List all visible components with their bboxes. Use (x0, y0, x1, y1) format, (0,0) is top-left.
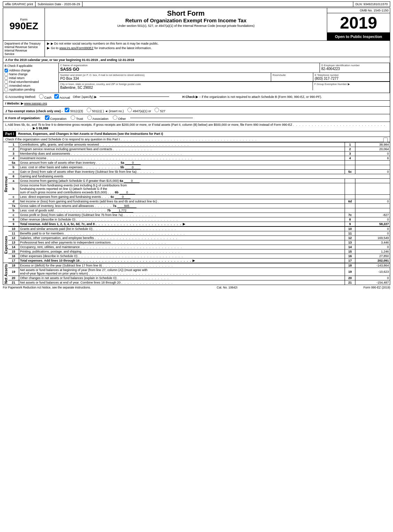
final-return-checkbox[interactable] (5, 80, 8, 84)
line-15-value: 1,246 (355, 249, 390, 254)
accrual-checkbox[interactable] (54, 94, 59, 99)
expenses-table: 10 Grants and similar amounts paid (list… (8, 226, 390, 263)
line-18-row: 18 Excess or (deficit) for the year (Sub… (8, 263, 390, 268)
line-7b-desc: Less: cost of goods sold . . . . . . . .… (19, 208, 345, 213)
form-org-row: K Form of organization: Corporation Trus… (3, 114, 390, 122)
tax-501c3-checkbox[interactable] (65, 108, 69, 112)
line-8-row: 8 Other revenue (describe in Schedule O)… (8, 217, 390, 222)
net-assets-section: Net Assets 18 Excess or (deficit) for th… (3, 263, 390, 285)
l-amount: $ 59,999 (36, 126, 48, 130)
line-6b-num: b (8, 183, 19, 195)
section-a: A For the 2019 calendar year, or tax yea… (3, 57, 390, 63)
dept-line1: Department of the Treasury (5, 42, 43, 45)
line-6a-ref (345, 179, 355, 183)
part-i-title: Revenue, Expenses, and Changes in Net As… (16, 131, 390, 137)
line-5c-desc: Gain or (loss) from sale of assets other… (19, 170, 345, 174)
line-11-row: 11 Benefits paid to or for members . . .… (8, 231, 390, 236)
go-to: Go to www.irs.gov/Form990EZ for instruct… (51, 46, 152, 50)
line-14-row: 14 Occupancy, rent, utilities, and maint… (8, 245, 390, 249)
line-16-num: 16 (8, 254, 19, 259)
dln: DLN: 93492181011570 (353, 2, 390, 7)
part-i-label: Part I (3, 131, 16, 137)
line-5b-desc: Less: cost or other basis and sales expe… (19, 165, 345, 170)
tax-4947-radio[interactable] (127, 108, 132, 112)
schedule-o-checkbox[interactable] (383, 138, 388, 142)
line-6d-row: d Net income or (loss) from gaming and f… (8, 199, 390, 204)
line-11-num: 11 (8, 231, 19, 236)
other-specify: Other (specify) ▶ (73, 95, 97, 99)
line-6-desc: Gaming and fundraising events (19, 174, 390, 179)
corporation-option: Corporation (45, 115, 67, 121)
f-label: F Group Exemption Number ▶ (314, 83, 388, 86)
line-8-value: 0 (355, 217, 390, 222)
schedule-o-text: Check if the organization used Schedule … (5, 138, 120, 141)
city-label: City or town, state or province, country… (60, 83, 311, 86)
line-20-ref: 20 (345, 276, 355, 280)
address-change-checkbox[interactable] (5, 69, 8, 72)
under-section: Under section 501(c), 527, or 4947(a)(1)… (46, 24, 325, 28)
dept-box: Department of the Treasury Internal Reve… (3, 41, 45, 57)
address-box: Number and street (or P. O. box, if mail… (59, 73, 271, 81)
tax-501c-radio[interactable] (87, 108, 91, 112)
line-7a-num: 7a (8, 204, 19, 208)
line-7b-num: b (8, 208, 19, 213)
line-17-ref: 17 (345, 259, 355, 263)
line-19-num: 19 (8, 268, 19, 276)
line-7c-ref: 7c (345, 213, 355, 217)
line-8-ref: 8 (345, 217, 355, 222)
line-6c-row: c Less: direct expenses from gaming and … (8, 195, 390, 199)
corporation-checkbox[interactable] (45, 115, 49, 120)
name-change-checkbox[interactable] (5, 72, 8, 76)
omb-box: OMB No. 1545-1150 (327, 8, 390, 13)
line-11-value: 0 (355, 231, 390, 236)
j-label: J Tax-exempt status (check only one) - (5, 109, 63, 113)
association-option: Association (87, 115, 109, 121)
room-label: Room/suite (273, 74, 312, 77)
line-12-desc: Salaries, other compensation, and employ… (19, 236, 345, 240)
line-8-num: 8 (8, 217, 19, 222)
line-20-desc: Other changes in net assets or fund bala… (19, 276, 345, 280)
address-change-item: Address change (5, 69, 57, 72)
trust-radio[interactable] (71, 115, 75, 120)
line-11-desc: Benefits paid to or for members . . . . … (19, 231, 345, 236)
line-20-num: 20 (8, 276, 19, 280)
other-radio[interactable] (113, 115, 117, 120)
initial-return-checkbox[interactable] (5, 76, 8, 80)
line-6d-ref: 6d (345, 199, 355, 204)
line-6d-value: 0 (355, 199, 390, 204)
line-6a-num: a (8, 179, 19, 183)
form-number-box: Form 990EZ (3, 8, 45, 40)
short-form-title: Short Form (46, 9, 325, 17)
line-6d-num: d (8, 199, 19, 204)
center-header: Short Form Return of Organization Exempt… (45, 8, 327, 40)
line-1-num: 1 (8, 142, 19, 147)
amended-return-label: Amended return (9, 84, 30, 87)
line-19-row: 19 Net assets or fund balances at beginn… (8, 268, 390, 276)
line-14-num: 14 (8, 245, 19, 249)
group-num-box: F Group Exemption Number ▶ (313, 82, 390, 90)
line-6c-ref (345, 195, 355, 199)
cash-radio[interactable] (39, 94, 44, 99)
g-label: G Accounting Method: (5, 95, 36, 99)
association-radio[interactable] (87, 115, 92, 120)
line-5c-num: c (8, 170, 19, 174)
amended-return-checkbox[interactable] (5, 84, 8, 87)
city-box: City or town, state or province, country… (59, 82, 313, 90)
application-pending-checkbox[interactable] (5, 88, 8, 91)
right-header: OMB No. 1545-1150 2019 Open to Public In… (327, 8, 390, 40)
dept-line2: Internal Revenue Service (5, 45, 43, 49)
line-7a-desc: Gross sales of inventory, less returns a… (19, 204, 345, 208)
open-to-public: Open to Public Inspection (327, 33, 390, 40)
tax-527-radio[interactable] (155, 108, 159, 112)
line-21-num: 21 (8, 280, 19, 285)
line-6c-num: c (8, 195, 19, 199)
line-12-ref: 12 (345, 236, 355, 240)
line-2-value: 20,064 (355, 147, 390, 152)
info-grid: B Check if applicable: Address change Na… (3, 63, 390, 93)
line-17-desc: Total expenses. Add lines 10 through 16 … (19, 259, 345, 263)
line-6c-value (355, 195, 390, 199)
line-2-ref: 2 (345, 147, 355, 152)
line-13-ref: 13 (345, 240, 355, 245)
line-6-num: 6 (8, 174, 19, 179)
line-2-num: 2 (8, 147, 19, 152)
